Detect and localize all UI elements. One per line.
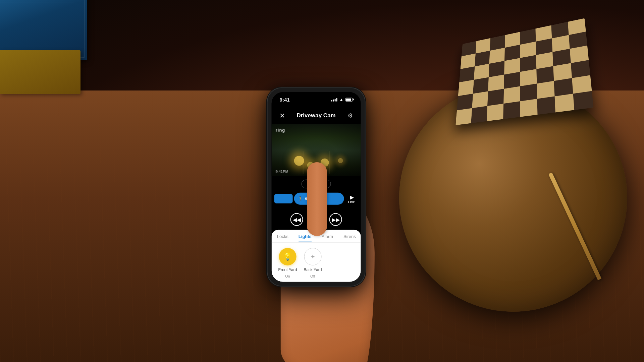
- camera-timestamp: 9:41PM: [276, 170, 288, 174]
- tab-alarm-label: Alarm: [322, 234, 333, 239]
- tab-locks[interactable]: Locks: [272, 230, 294, 242]
- light-device-back-yard[interactable]: ✦ Back Yard Off: [304, 248, 322, 278]
- bottom-panel: Locks Lights Alarm Sirens: [272, 230, 361, 282]
- tab-lights-label: Lights: [299, 234, 312, 239]
- settings-button[interactable]: ⚙: [345, 111, 355, 120]
- front-yard-light-button[interactable]: 💡: [279, 248, 296, 265]
- lights-content: 💡 Front Yard On ✦ Back Yard Off: [272, 243, 361, 282]
- light-device-front-yard[interactable]: 💡 Front Yard On: [278, 248, 297, 278]
- close-icon: ✕: [279, 112, 285, 120]
- live-button[interactable]: ▶ LIVE: [345, 192, 358, 205]
- front-yard-status: On: [285, 274, 290, 278]
- live-label: LIVE: [348, 200, 356, 203]
- rewind-button[interactable]: ◀◀: [290, 213, 303, 226]
- wifi-icon: ▲: [339, 97, 343, 102]
- ring-logo: ring: [276, 128, 285, 133]
- status-bar: 9:41 ▲: [272, 92, 361, 107]
- status-icons: ▲: [331, 97, 353, 102]
- close-button[interactable]: ✕: [278, 111, 287, 120]
- tab-locks-label: Locks: [277, 234, 288, 239]
- finger-wrap: [307, 162, 327, 236]
- status-time: 9:41: [280, 97, 290, 102]
- left-books: RING CINEMA: [0, 0, 107, 101]
- signal-bars-icon: [331, 98, 337, 102]
- forward-button[interactable]: ▶▶: [329, 213, 342, 226]
- back-yard-status: Off: [310, 274, 315, 278]
- back-yard-light-button[interactable]: ✦: [304, 248, 321, 265]
- front-yard-label: Front Yard: [278, 267, 297, 272]
- battery-fill: [346, 98, 351, 101]
- tab-sirens[interactable]: Sirens: [338, 230, 361, 242]
- timeline-segment-left[interactable]: [274, 194, 293, 203]
- battery-icon: [345, 98, 353, 101]
- settings-icon: ⚙: [347, 112, 353, 119]
- forward-icon: ▶▶: [332, 216, 340, 223]
- tab-sirens-label: Sirens: [343, 234, 356, 239]
- live-play-icon: ▶: [350, 194, 354, 200]
- light-on-icon: 💡: [283, 252, 292, 261]
- camera-title: Driveway Cam: [297, 112, 335, 119]
- back-yard-label: Back Yard: [304, 267, 322, 272]
- rewind-icon: ◀◀: [293, 216, 301, 223]
- nav-bar: ✕ Driveway Cam ⚙: [272, 107, 361, 124]
- light-off-icon: ✦: [310, 253, 315, 260]
- book-2: [0, 50, 80, 94]
- motion-icon: 🚶: [298, 196, 303, 201]
